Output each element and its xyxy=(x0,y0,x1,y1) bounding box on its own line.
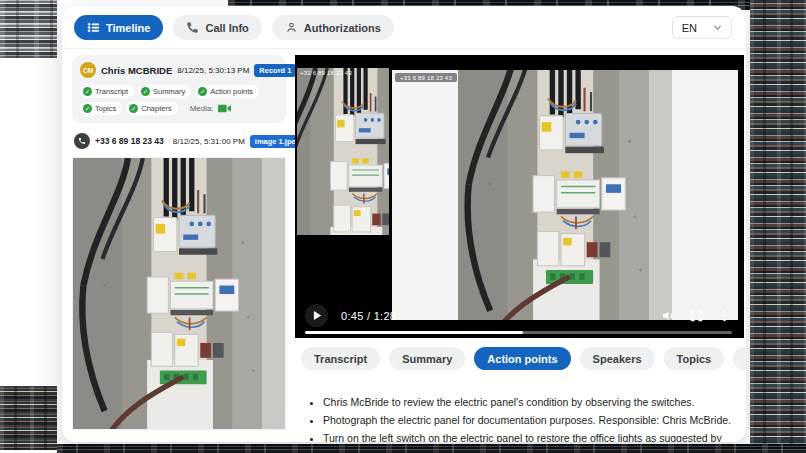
chip-action-points[interactable]: Action points xyxy=(195,85,259,98)
play-button[interactable] xyxy=(305,304,328,327)
check-icon xyxy=(129,104,138,113)
glitch-decoration-right xyxy=(750,0,806,444)
chip-transcript[interactable]: Transcript xyxy=(80,85,134,98)
timeline-panel: CM Chris MCBRIDE 8/12/25, 5:30:13 PM Rec… xyxy=(72,55,286,442)
app-header: Timeline Call Info Authorizations EN xyxy=(62,6,746,49)
tab-label: Authorizations xyxy=(304,22,381,34)
check-icon xyxy=(141,87,150,96)
caller-avatar xyxy=(74,133,90,149)
content-tabs: Transcript Summary Action points Speaker… xyxy=(301,347,744,370)
tab-authorizations[interactable]: Authorizations xyxy=(272,15,394,40)
action-points-list: Chris McBride to review the electric pan… xyxy=(305,395,744,442)
record-entry-header: CM Chris MCBRIDE 8/12/25, 5:30:13 PM Rec… xyxy=(80,62,278,78)
tab-label: Call Info xyxy=(205,22,248,34)
phone-icon xyxy=(78,137,86,145)
video-feed-large: +33 6 89 18 23 43 xyxy=(392,70,738,320)
tab-chapters[interactable]: Chapters xyxy=(733,347,746,370)
tab-transcript[interactable]: Transcript xyxy=(301,347,380,370)
record-badge: Record 1 xyxy=(254,64,296,77)
fullscreen-button[interactable] xyxy=(689,308,704,323)
check-icon xyxy=(83,87,92,96)
action-point-item: Photograph the electric panel for docume… xyxy=(323,413,744,429)
page: Timeline Call Info Authorizations EN xyxy=(0,0,806,453)
chip-label: Transcript xyxy=(95,87,128,96)
tab-label: Timeline xyxy=(106,22,150,34)
phone-icon xyxy=(186,21,199,34)
check-icon xyxy=(83,104,92,113)
chip-label: Summary xyxy=(153,87,185,96)
playback-time: 0:45 / 1:28 xyxy=(341,310,396,322)
app-body: CM Chris MCBRIDE 8/12/25, 5:30:13 PM Rec… xyxy=(62,49,746,442)
language-selector[interactable]: EN xyxy=(672,16,732,39)
video-player[interactable]: +33 6 89 18 23 43 +33 6 89 18 23 43 0:45… xyxy=(295,55,744,338)
chip-chapters[interactable]: Chapters xyxy=(126,102,177,115)
media-indicator: Media: xyxy=(190,104,231,113)
detail-panel: +33 6 89 18 23 43 +33 6 89 18 23 43 0:45… xyxy=(295,55,744,442)
volume-icon xyxy=(661,308,676,323)
fullscreen-icon xyxy=(689,308,704,323)
chip-label: Action points xyxy=(210,87,253,96)
video-controls: 0:45 / 1:28 xyxy=(305,304,732,327)
tab-summary[interactable]: Summary xyxy=(389,347,465,370)
glitch-decoration-bottom-left xyxy=(0,386,57,450)
video-progress-bar[interactable] xyxy=(305,331,732,334)
record-timestamp: 8/12/25, 5:30:13 PM xyxy=(177,66,249,75)
more-options-button[interactable] xyxy=(717,308,732,323)
image-entry[interactable]: +33 6 89 18 23 43 8/12/25, 5:31:00 PM im… xyxy=(74,133,284,149)
volume-button[interactable] xyxy=(661,308,676,323)
caller-id-overlay: +33 6 89 18 23 43 xyxy=(300,70,352,76)
tab-topics[interactable]: Topics xyxy=(664,347,725,370)
record-feature-chips: Transcript Summary Action points Topics … xyxy=(80,85,278,115)
glitch-decoration-bottom xyxy=(57,444,806,453)
chevron-down-icon xyxy=(713,23,722,32)
tab-call-info[interactable]: Call Info xyxy=(173,15,261,40)
electric-panel-photo xyxy=(458,70,673,320)
image-entry-timestamp: 8/12/25, 5:31:00 PM xyxy=(173,137,245,146)
electric-panel-photo[interactable] xyxy=(72,157,286,430)
tab-action-points[interactable]: Action points xyxy=(474,347,570,370)
action-point-item: Turn on the left switch on the electric … xyxy=(323,431,744,443)
glitch-decoration-top-left xyxy=(0,0,57,58)
caller-phone-number: +33 6 89 18 23 43 xyxy=(95,136,164,146)
chip-label: Topics xyxy=(95,104,116,113)
avatar: CM xyxy=(80,62,96,78)
action-point-item: Chris McBride to review the electric pan… xyxy=(323,395,744,411)
chip-topics[interactable]: Topics xyxy=(80,102,122,115)
participant-label: +33 6 89 18 23 43 xyxy=(395,73,457,82)
video-feed-small: +33 6 89 18 23 43 xyxy=(297,68,389,235)
check-icon xyxy=(198,87,207,96)
timeline-icon xyxy=(87,21,100,34)
video-camera-icon xyxy=(218,104,231,113)
tab-speakers[interactable]: Speakers xyxy=(580,347,655,370)
caller-name: Chris MCBRIDE xyxy=(101,65,172,76)
language-value: EN xyxy=(682,22,697,34)
person-icon xyxy=(285,21,298,34)
play-icon xyxy=(313,311,322,320)
app-window: Timeline Call Info Authorizations EN xyxy=(62,6,746,442)
media-label: Media: xyxy=(190,104,214,113)
chip-summary[interactable]: Summary xyxy=(138,85,191,98)
video-progress-played xyxy=(305,331,523,334)
chip-label: Chapters xyxy=(141,104,171,113)
kebab-menu-icon xyxy=(717,308,732,323)
tab-timeline[interactable]: Timeline xyxy=(74,15,163,40)
record-entry[interactable]: CM Chris MCBRIDE 8/12/25, 5:30:13 PM Rec… xyxy=(72,55,286,123)
